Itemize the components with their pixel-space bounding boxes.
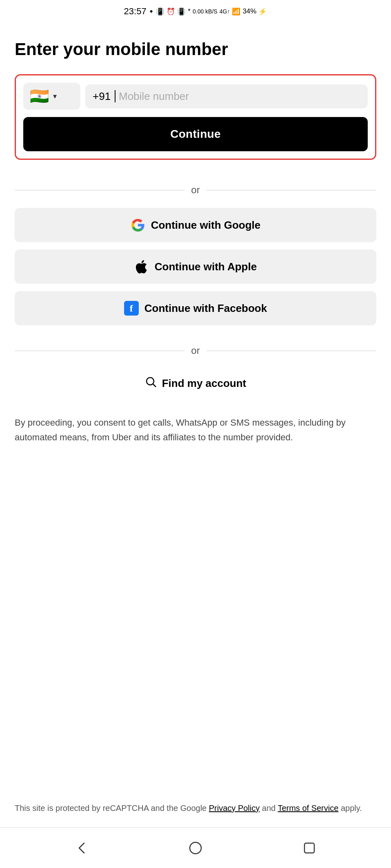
or-text-2: or (191, 345, 200, 356)
svg-point-2 (190, 842, 201, 854)
battery-icon: ⚡ (258, 7, 267, 16)
recaptcha-text: This site is protected by reCAPTCHA and … (15, 801, 376, 815)
status-icons: 📳 ⏰ 📳 * 0.00 kB/S 4G↑ 📶 34% ⚡ (156, 7, 267, 16)
country-code-label: +91 (93, 90, 111, 103)
status-time: 23:57 (124, 6, 147, 17)
country-selector[interactable]: 🇮🇳 ▾ (23, 83, 80, 110)
status-bar: 23:57 • 📳 ⏰ 📳 * 0.00 kB/S 4G↑ 📶 34% ⚡ (0, 0, 391, 23)
or-text-1: or (191, 184, 200, 196)
recaptcha-and: and (260, 804, 278, 813)
divider-line-left (15, 190, 184, 190)
privacy-policy-link[interactable]: Privacy Policy (209, 804, 260, 813)
divider-1: or (15, 184, 376, 196)
data-speed-icon: 0.00 kB/S (193, 8, 218, 15)
nav-bar (0, 827, 391, 868)
recents-nav-icon (301, 840, 318, 856)
bluetooth-icon: * (188, 7, 191, 15)
svg-line-1 (153, 384, 156, 387)
find-account-section: Find my account (15, 372, 376, 395)
search-icon (145, 376, 157, 391)
phone-section: 🇮🇳 ▾ +91 Continue (15, 74, 376, 160)
battery-text: 34% (242, 7, 256, 15)
nfc-icon: 📳 (156, 7, 164, 16)
facebook-signin-button[interactable]: f Continue with Facebook (15, 291, 376, 325)
google-signin-button[interactable]: Continue with Google (15, 208, 376, 242)
phone-input-row: 🇮🇳 ▾ +91 (23, 83, 368, 110)
recaptcha-suffix: apply. (338, 804, 362, 813)
home-nav-icon (187, 840, 204, 856)
lte-icon: 4G↑ (220, 8, 230, 15)
cursor-indicator (115, 90, 116, 102)
continue-button[interactable]: Continue (23, 117, 368, 151)
divider-line-left-2 (15, 351, 184, 351)
apple-icon (134, 259, 149, 274)
recaptcha-prefix: This site is protected by reCAPTCHA and … (15, 804, 209, 813)
home-nav-button[interactable] (183, 836, 208, 860)
svg-point-0 (147, 378, 154, 385)
bottom-section: This site is protected by reCAPTCHA and … (0, 789, 391, 827)
divider-line-right-2 (207, 351, 376, 351)
india-flag-icon: 🇮🇳 (30, 88, 49, 104)
consent-text: By proceeding, you consent to get calls,… (15, 415, 376, 444)
status-dot: • (150, 6, 153, 17)
google-icon (131, 218, 145, 232)
recents-nav-button[interactable] (297, 836, 322, 860)
terms-of-service-link[interactable]: Terms of Service (278, 804, 338, 813)
google-button-label: Continue with Google (151, 219, 261, 232)
find-account-label: Find my account (162, 377, 247, 390)
divider-2: or (15, 345, 376, 356)
find-account-button[interactable]: Find my account (145, 372, 247, 395)
apple-button-label: Continue with Apple (155, 261, 257, 273)
dropdown-arrow-icon: ▾ (53, 92, 57, 101)
main-content: Enter your mobile number 🇮🇳 ▾ +91 Contin… (0, 23, 391, 789)
divider-line-right (207, 190, 376, 190)
signal-icon: 📶 (232, 7, 240, 16)
alarm-icon: ⏰ (167, 7, 175, 16)
apple-signin-button[interactable]: Continue with Apple (15, 250, 376, 284)
vibrate-icon: 📳 (177, 7, 186, 16)
back-nav-icon (73, 840, 90, 856)
back-nav-button[interactable] (69, 836, 94, 860)
page-title: Enter your mobile number (15, 39, 376, 60)
facebook-button-label: Continue with Facebook (144, 302, 267, 315)
mobile-number-input[interactable] (85, 84, 368, 108)
facebook-icon: f (124, 301, 139, 316)
svg-rect-3 (304, 843, 314, 853)
